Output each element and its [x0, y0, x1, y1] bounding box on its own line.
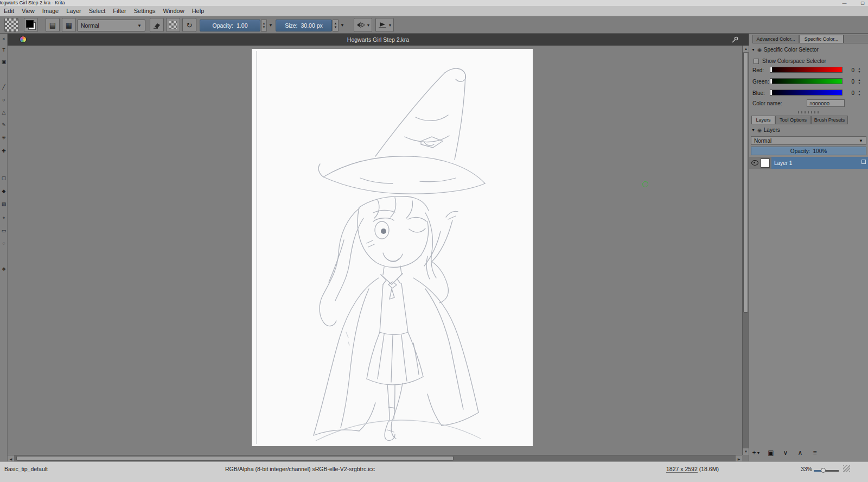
multibrush-tool[interactable]: ✳ [0, 134, 8, 142]
minimize-icon[interactable]: — [842, 0, 846, 6]
blue-slider-marker[interactable] [770, 90, 773, 95]
color-sampler-tool[interactable]: ⌖ [0, 213, 8, 222]
tab-stub[interactable] [844, 35, 868, 43]
size-spinner[interactable]: ▲▼ [333, 20, 339, 31]
layer-opacity-slider[interactable]: Opacity: 100% [751, 147, 866, 155]
duplicate-layer-button[interactable]: ▣ [766, 448, 776, 457]
red-slider[interactable] [770, 67, 843, 73]
blue-value[interactable]: 0 [845, 90, 854, 96]
reload-preset-button[interactable]: ↻ [182, 18, 196, 32]
layer-visible-icon[interactable] [751, 160, 758, 166]
menu-window[interactable]: Window [159, 6, 188, 16]
vertical-scrollbar[interactable]: ▲ ▼ [742, 46, 749, 455]
opacity-spinner[interactable]: ▲▼ [261, 20, 267, 31]
blue-slider[interactable] [770, 90, 843, 96]
mirror-vertical-button[interactable]: ▼ [375, 18, 394, 32]
tab-layers[interactable]: Layers [751, 116, 775, 124]
text-tool[interactable]: T [0, 46, 8, 54]
move-layer-down-button[interactable]: ∨ [781, 448, 790, 457]
zoom-slider[interactable] [814, 468, 839, 473]
outline-select-tool[interactable]: ◌ [0, 239, 8, 248]
menu-help[interactable]: Help [188, 6, 208, 16]
pin-icon[interactable] [731, 36, 739, 43]
red-value[interactable]: 0 [845, 67, 854, 73]
line-tool[interactable]: ╱ [0, 83, 8, 91]
ellipse-tool[interactable]: ○ [0, 96, 8, 104]
layer-properties-button[interactable]: ≡ [810, 448, 820, 457]
red-spinner[interactable]: ▲▼ [857, 67, 862, 73]
pattern-chooser-button[interactable] [4, 18, 18, 32]
maximize-icon[interactable]: ▢ [860, 0, 865, 6]
show-colorspace-checkbox[interactable] [754, 59, 759, 64]
opacity-slider[interactable]: Opacity: 1.00 [200, 20, 260, 31]
menu-select[interactable]: Select [85, 6, 110, 16]
green-value[interactable]: 0 [845, 79, 854, 85]
green-label: Green: [752, 79, 770, 85]
rect-select-tool[interactable]: ▭ [0, 226, 8, 235]
blend-mode-value: Normal [81, 22, 99, 29]
layer-name-area[interactable]: Layer 1 [771, 157, 868, 169]
menu-settings[interactable]: Settings [130, 6, 159, 16]
vertical-scroll-thumb[interactable] [743, 52, 748, 313]
transform-tool[interactable]: ▢ [0, 174, 8, 182]
mirror-horizontal-button[interactable]: ▼ [354, 18, 372, 32]
menu-edit[interactable]: Edit [0, 6, 18, 16]
collapse-arrow-icon[interactable]: ▼ [751, 128, 755, 132]
opacity-dropdown-icon[interactable]: ▼ [269, 23, 273, 28]
size-dropdown-icon[interactable]: ▼ [340, 23, 344, 28]
red-slider-marker[interactable] [770, 67, 773, 72]
menu-image[interactable]: Image [39, 6, 63, 16]
chevron-down-icon[interactable]: ▼ [757, 451, 761, 455]
horizontal-scrollbar[interactable]: ◀ ▶ [8, 455, 742, 461]
layer-blend-mode-dropdown[interactable]: Normal ▼ [751, 136, 866, 145]
polygon-tool[interactable]: △ [0, 108, 8, 117]
tab-specific-color[interactable]: Specific Color... [799, 35, 844, 43]
color-name-field[interactable] [807, 99, 845, 107]
fill-tool[interactable]: ◆ [0, 187, 8, 195]
horizontal-scroll-thumb[interactable] [16, 456, 454, 461]
crop-tool[interactable]: ▣ [0, 58, 8, 66]
layers-header[interactable]: ▼ ◉ Layers [751, 127, 780, 133]
toolbox-close-icon[interactable]: ✕ [0, 35, 8, 43]
preserve-alpha-button[interactable] [166, 18, 180, 32]
toolbox: ✕ T ▣ ╱ ○ △ ✎ ✳ ✚ ▢ ◆ ▧ ⌖ ▭ ◌ ❖ [0, 34, 8, 461]
eraser-mode-button[interactable] [150, 18, 164, 32]
move-tool[interactable]: ✚ [0, 147, 8, 155]
blue-spinner[interactable]: ▲▼ [857, 90, 862, 96]
canvas-viewport[interactable] [8, 46, 742, 455]
green-slider[interactable] [770, 78, 843, 84]
brush-preset-status[interactable]: Basic_tip_default [4, 466, 48, 472]
gradient-tool[interactable]: ▧ [0, 200, 8, 208]
zoom-percent[interactable]: 33% [801, 466, 812, 472]
add-layer-button[interactable]: +▼ [751, 448, 761, 457]
layer-row[interactable]: Layer 1 [749, 157, 868, 169]
layer-opacity-label: Opacity: [790, 148, 810, 154]
titlebar[interactable]: Hogwarts Girl Step 2.kra - Krita — ▢ [0, 0, 868, 6]
tab-advanced-color[interactable]: Advanced Color... [752, 35, 799, 43]
foreground-color-swatch[interactable] [26, 20, 34, 28]
brush-size-slider[interactable]: Size: 30.00 px [276, 20, 332, 31]
move-layer-up-button[interactable]: ∧ [795, 448, 805, 457]
tab-tool-options[interactable]: Tool Options [775, 116, 811, 124]
green-spinner[interactable]: ▲▼ [857, 78, 862, 85]
blend-mode-dropdown[interactable]: Normal ▼ [77, 20, 145, 31]
docker-resize-grip[interactable] [798, 111, 820, 113]
freehand-path-tool[interactable]: ✎ [0, 120, 8, 129]
tab-brush-presets[interactable]: Brush Presets [811, 116, 848, 124]
collapse-arrow-icon[interactable]: ▼ [751, 48, 755, 52]
document-titlebar[interactable]: Hogwarts Girl Step 2.kra [8, 34, 749, 46]
specific-color-header[interactable]: ▼ ◉ Specific Color Selector [751, 47, 819, 53]
zoom-slider-handle[interactable] [821, 468, 826, 473]
fill-pattern-button[interactable]: ▦ [62, 18, 76, 32]
menu-filter[interactable]: Filter [109, 6, 130, 16]
scrollbar-corner [742, 455, 749, 461]
menu-view[interactable]: View [18, 6, 39, 16]
pan-tool[interactable]: ❖ [0, 265, 8, 274]
choose-brush-preset-button[interactable]: ▤ [46, 18, 60, 32]
window-resize-grip[interactable] [843, 465, 850, 472]
menu-layer[interactable]: Layer [62, 6, 85, 16]
fg-bg-color-swatch[interactable] [24, 18, 38, 32]
layer-thumbnail[interactable] [761, 158, 770, 168]
green-slider-marker[interactable] [770, 79, 773, 84]
canvas-page[interactable] [252, 49, 533, 446]
